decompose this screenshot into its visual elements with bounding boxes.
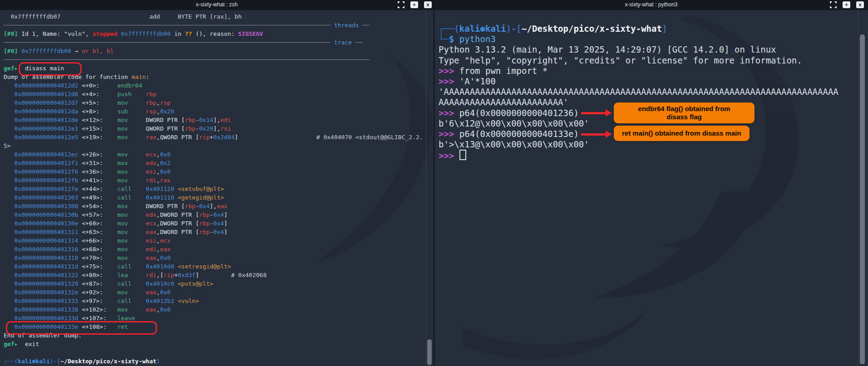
terminal-line: 0x0000000000401329 <+87>: call 0x4010c0 …: [4, 279, 434, 288]
terminal-line: ────────────────────────────────────────…: [4, 38, 434, 47]
main-annotation-box: ret main() obtained from disass main: [614, 126, 750, 141]
annotation-text: ret main() obtained from disass main: [622, 129, 741, 137]
maximize-pane-icon[interactable]: [398, 1, 404, 8]
terminal-line: 0x00000000004012d6 <+4>: push rbp: [4, 90, 434, 98]
terminal-line: 0x7fffffffdb07 add BYTE PTR [rax], bh: [4, 12, 434, 21]
flag-annotation-box: endbr64 flag() obtained from disass flag: [614, 102, 755, 123]
new-group-icon[interactable]: +: [843, 1, 850, 8]
ret-instruction-highlight: [6, 321, 157, 335]
close-pane-icon[interactable]: x: [856, 1, 864, 8]
left-scrollbar-track: [426, 10, 426, 366]
terminal-line: └─$ python3: [439, 34, 868, 44]
terminal-line: Type "help", "copyright", "credits" or "…: [439, 55, 868, 66]
terminal-line: 0x0000000000401318 <+70>: mov eax,0x0: [4, 254, 434, 262]
terminal-line: 0x0000000000401316 <+68>: mov edi,eax: [4, 245, 434, 254]
terminal-line: 0x00000000004012fe <+44>: call 0x401120 …: [4, 185, 434, 193]
terminal-line: ┌──(kali⊛kali)-[~/Desktop/pico/x-sixty-w…: [4, 357, 434, 366]
terminal-line: 'AAAAAAAAAAAAAAAAAAAAAAAAAAAAAAAAAAAAAAA…: [439, 87, 868, 97]
terminal-line: 0x00000000004012e1 <+15>: mov QWORD PTR …: [4, 124, 434, 133]
text-cursor: [459, 150, 466, 160]
terminal-line: [#0] 0x7fffffffdb00 → or bl, bl: [4, 47, 434, 55]
terminal-line: 0x00000000004012f1 <+31>: mov edx,0x2: [4, 159, 434, 167]
left-scrollbar-thumb[interactable]: [427, 339, 432, 365]
terminal-line: 0x00000000004012da <+8>: sub rsp,0x20: [4, 107, 434, 116]
left-pane-title: x-sixty-what : zsh: [0, 1, 434, 8]
terminal-line: 0x00000000004012ec <+26>: mov ecx,0x0: [4, 150, 434, 159]
right-pane-title: x-sixty-what : python3: [434, 1, 868, 8]
terminal-line: 0x0000000000401322 <+80>: lea rdi,[rip+0…: [4, 271, 434, 279]
close-pane-icon[interactable]: x: [424, 1, 432, 8]
annotation-text: disass flag: [620, 113, 748, 121]
terminal-line: ────────────────────────────────────────…: [4, 21, 434, 29]
annotation-text: endbr64 flag() obtained from: [620, 105, 748, 113]
window-titlebar: x-sixty-what : zsh x-sixty-what : python…: [0, 0, 868, 10]
terminal-line: 0x000000000040132e <+92>: mov eax,0x0: [4, 288, 434, 297]
terminal-line: >>> 'A'*100: [439, 76, 868, 87]
terminal-line: [4, 348, 434, 357]
python-terminal-pane[interactable]: ┌──(kali⊛kali)-[~/Desktop/pico/x-sixty-w…: [434, 10, 868, 366]
terminal-line: ┌──(kali⊛kali)-[~/Desktop/pico/x-sixty-w…: [439, 24, 868, 34]
right-scrollbar-track: [858, 10, 858, 366]
terminal-line: 0x00000000004012fb <+41>: mov rdi,rax: [4, 176, 434, 185]
terminal-line: 0x0000000000401308 <+54>: mov DWORD PTR …: [4, 202, 434, 210]
terminal-line: 0x0000000000401303 <+49>: call 0x401110 …: [4, 193, 434, 202]
terminal-line: 0x00000000004012f6 <+36>: mov esi,0x0: [4, 167, 434, 176]
terminal-line: Python 3.13.2 (main, Mar 13 2025, 14:29:…: [439, 44, 868, 55]
terminal-line: 0x00000000004012e5 <+19>: mov rax,QWORD …: [4, 133, 434, 142]
terminal-line: 0x00000000004012de <+12>: mov DWORD PTR …: [4, 116, 434, 124]
new-group-icon[interactable]: +: [410, 1, 418, 8]
terminal-line: 0x00000000004012d2 <+0>: endbr64: [4, 81, 434, 90]
maximize-pane-icon[interactable]: [830, 1, 837, 8]
terminal-line: >>>: [439, 150, 868, 160]
terminal-line: >>> from pwn import *: [439, 66, 868, 76]
terminal-line: 0x0000000000401311 <+63>: mov eax,DWORD …: [4, 228, 434, 236]
disass-main-highlight: [19, 62, 82, 76]
terminal-line: 0x00000000004012d7 <+5>: mov rbp,rsp: [4, 98, 434, 107]
terminal-line: 0x000000000040131d <+75>: call 0x4010d0 …: [4, 262, 434, 271]
terminal-line: [#0] Id 1, Name: "vuln", stopped 0x7ffff…: [4, 29, 434, 38]
terminal-line: 0x0000000000401314 <+66>: mov esi,ecx: [4, 236, 434, 245]
terminal-line: 5>: [4, 142, 434, 150]
terminal-line: gef▸ exit: [4, 340, 434, 348]
terminal-line: 0x000000000040130b <+57>: mov edx,DWORD …: [4, 210, 434, 219]
terminal-line: 0x000000000040130e <+60>: mov ecx,DWORD …: [4, 219, 434, 228]
terminal-line: 0x0000000000401338 <+102>: mov eax,0x0: [4, 305, 434, 314]
terminal-line: 0x0000000000401333 <+97>: call 0x4012b2 …: [4, 297, 434, 305]
right-scrollbar-thumb[interactable]: [860, 34, 865, 364]
